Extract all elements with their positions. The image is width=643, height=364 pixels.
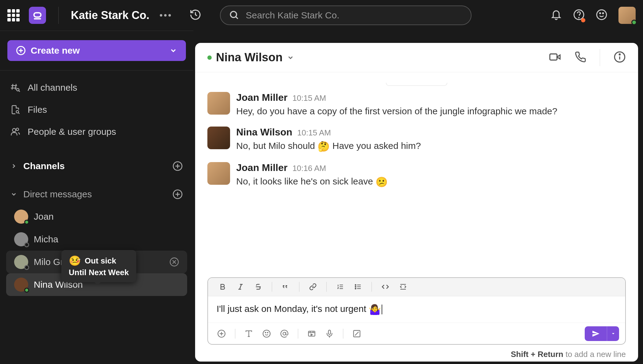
dm-name: Joan [34,211,54,222]
chevron-down-icon [169,47,177,55]
avatar [207,92,230,115]
video-call-icon[interactable] [549,51,561,64]
message-list: Joan Miller 10:15 AM Hey, do you have a … [195,72,638,274]
quote-button[interactable] [278,280,293,294]
apps-grid-icon[interactable] [7,9,20,21]
svg-line-13 [15,84,16,90]
people-icon [10,127,20,137]
svg-point-8 [603,13,603,14]
add-dm-icon[interactable] [172,189,183,199]
chat-pane: Nina Wilson Joan Miller 10:15 AM [195,43,638,362]
attach-button[interactable] [214,327,229,340]
nav-label: All channels [28,82,77,93]
plus-circle-icon [16,46,26,55]
status-tooltip: 🤒Out sick Until Next Week [61,250,136,282]
help-badge [581,18,585,22]
svg-point-59 [283,332,286,335]
user-avatar[interactable] [618,7,636,24]
presence-dot [24,265,29,270]
search-input[interactable] [246,10,462,21]
code-block-button[interactable] [396,280,410,294]
chat-title[interactable]: Nina Wilson [207,51,294,64]
create-new-button[interactable]: Create new [7,40,186,61]
nav-files[interactable]: Files [0,99,193,121]
hash-search-icon [10,83,20,93]
workspace-name[interactable]: Katie Stark Co. [71,9,149,22]
message-text: Hey, do you have a copy of the first ver… [236,104,626,118]
compose-input[interactable]: I'll just ask on Monday, it's not urgent… [208,296,625,323]
message-time: 10:15 AM [297,128,331,138]
info-icon[interactable] [614,51,626,64]
dm-item-micha[interactable]: Micha [6,228,187,251]
phone-call-icon[interactable] [575,51,586,64]
divider [600,49,600,66]
message-time: 10:15 AM [292,93,326,103]
code-button[interactable] [378,280,393,294]
svg-point-46 [355,285,356,286]
svg-point-35 [619,54,620,55]
message-author[interactable]: Joan Miller [236,92,287,103]
workspace-more-icon[interactable] [160,14,171,17]
section-label: Channels [23,161,65,171]
section-dms[interactable]: Direct messages [0,183,193,205]
svg-line-17 [19,91,20,92]
emoji-picker-button[interactable] [259,327,274,340]
send-button[interactable] [585,326,607,341]
history-icon[interactable] [189,9,202,22]
format-toggle-button[interactable] [241,327,256,340]
message-author[interactable]: Nina Wilson [236,127,292,138]
message[interactable]: Joan Miller 10:15 AM Hey, do you have a … [207,92,626,118]
sidebar: Create new All channels Files People & u… [0,31,193,364]
divider [58,7,59,24]
message-text: No, it looks like he's on sick leave 😕 [236,175,626,189]
date-divider [386,83,447,86]
canvas-button[interactable] [349,327,364,340]
message-time: 10:16 AM [292,164,326,173]
svg-rect-0 [34,13,41,17]
presence-indicator [631,20,637,25]
mention-button[interactable] [277,327,292,340]
avatar [14,232,28,246]
bold-button[interactable] [215,280,230,294]
help-icon[interactable] [573,9,585,22]
app-logo[interactable] [29,7,46,24]
search-icon [229,10,240,21]
presence-dot [24,242,29,247]
svg-point-5 [579,17,579,18]
notifications-icon[interactable] [550,9,562,22]
close-icon[interactable] [169,257,179,267]
nav-people[interactable]: People & user groups [0,121,193,143]
dm-item-joan[interactable]: Joan [6,205,187,228]
file-search-icon [10,105,20,115]
add-channel-icon[interactable] [172,161,183,171]
audio-clip-button[interactable] [322,327,337,340]
tooltip-line2: Until Next Week [69,268,129,277]
link-button[interactable] [306,280,320,294]
svg-point-16 [17,89,19,91]
section-label: Direct messages [23,189,92,199]
video-clip-button[interactable] [304,327,319,340]
ordered-list-button[interactable] [333,280,348,294]
svg-point-20 [13,128,16,132]
strikethrough-button[interactable] [251,280,266,294]
nav-label: Files [28,104,47,115]
message[interactable]: Nina Wilson 10:15 AM No, but Milo should… [207,127,626,154]
search-box[interactable] [220,6,472,25]
bottom-toolbar [208,323,625,344]
chat-header: Nina Wilson [195,43,638,72]
nav-label: People & user groups [28,127,116,137]
nav-all-channels[interactable]: All channels [0,77,193,99]
bullet-list-button[interactable] [351,280,365,294]
svg-point-56 [263,330,270,337]
message-author[interactable]: Joan Miller [236,162,287,173]
tooltip-emoji: 🤒 [69,255,81,267]
dm-name: Micha [34,234,58,245]
send-options-button[interactable] [607,326,619,341]
message[interactable]: Joan Miller 10:16 AM No, it looks like h… [207,162,626,189]
avatar [14,255,28,269]
section-channels[interactable]: Channels [0,155,193,177]
emoji-icon[interactable] [596,9,607,22]
avatar [207,162,230,185]
svg-rect-31 [550,54,557,60]
italic-button[interactable] [233,280,248,294]
